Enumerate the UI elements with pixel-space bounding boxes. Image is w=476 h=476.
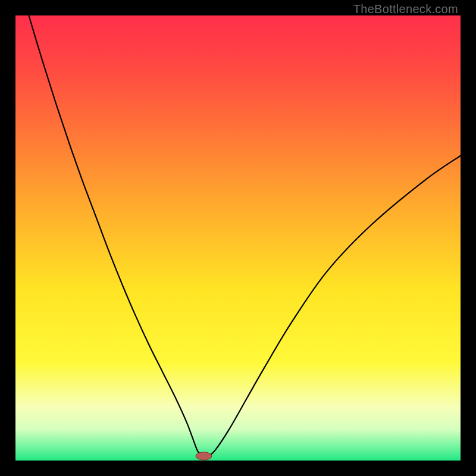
gradient-background <box>15 15 461 461</box>
bottleneck-chart <box>15 15 461 461</box>
optimum-marker <box>196 452 212 460</box>
watermark-text: TheBottleneck.com <box>353 2 458 16</box>
chart-frame: TheBottleneck.com <box>0 0 476 476</box>
plot-area <box>15 15 461 461</box>
